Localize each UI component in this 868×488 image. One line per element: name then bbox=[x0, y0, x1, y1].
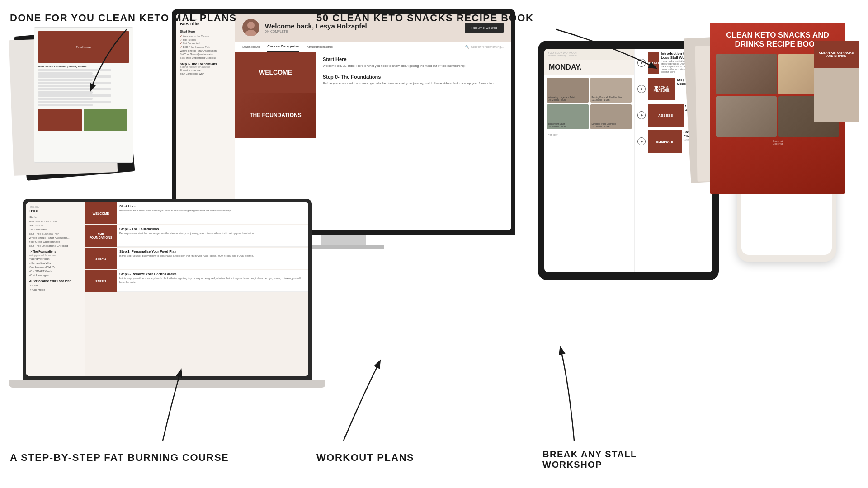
meal-plan-docs: ✦ BSB Tribe Food Image What Is Balanced … bbox=[7, 27, 142, 190]
laptop-food: -> Food bbox=[29, 283, 82, 287]
laptop-nav-3: Get Connected bbox=[29, 227, 82, 231]
laptop-screen: LIBRARY Tribe Here Welcome to the Course… bbox=[26, 202, 308, 376]
exercise-1-label: Alternating Lunges and Twist10-12 Reps -… bbox=[548, 96, 575, 101]
monitor-sidebar: < MY LIBRARY BSB Tribe Start Here Welcom… bbox=[176, 14, 235, 230]
laptop-sidebar: LIBRARY Tribe Here Welcome to the Course… bbox=[26, 202, 85, 376]
laptop-thumb-step1: STEP 1 bbox=[85, 248, 117, 269]
monitor-why: Your Compelling Why bbox=[180, 72, 231, 75]
recipe-img-3 bbox=[716, 96, 777, 137]
monitor-start-here: Start Here bbox=[180, 30, 231, 33]
laptop-base bbox=[9, 380, 326, 388]
search-icon: 🔍 bbox=[465, 45, 469, 49]
doc-line-1 bbox=[38, 69, 111, 71]
laptop-info-welcome: Start Here Welcome to BSB Tribe! Here is… bbox=[117, 202, 308, 224]
exercise-3-label: Bodyweight Squat15-20 Reps - 3 Sets bbox=[548, 123, 566, 128]
laptop-start-here: Here bbox=[29, 216, 82, 218]
monitor-nav-welcome: Welcome to the Course bbox=[180, 34, 231, 38]
laptop-desc-step1: In this step, you will discover how to p… bbox=[119, 254, 306, 258]
doc-line-11 bbox=[38, 101, 111, 103]
laptop-info-step2: Step 2- Remove Your Health Blocks In thi… bbox=[117, 270, 308, 292]
monitor-nav-success: BSB Tribe Success Path bbox=[180, 45, 231, 49]
tablet-exercise-1: Alternating Lunges and Twist10-12 Reps -… bbox=[547, 78, 589, 103]
doc-line-12 bbox=[38, 104, 93, 106]
doc-food-image: Food Image bbox=[38, 31, 129, 63]
laptop-brand: Tribe bbox=[29, 209, 82, 213]
laptop-personalize-nav: -> Personalise Your Food Plan -> Food ->… bbox=[29, 279, 82, 291]
monitor-foundations-section: Step 0- The Foundations Setting yourself… bbox=[180, 62, 231, 75]
tab-dashboard[interactable]: Dashboard bbox=[242, 45, 260, 51]
laptop-nav-5: Where Should I Start Assessme... bbox=[29, 235, 82, 239]
assess-thumbnail: ASSESS bbox=[648, 104, 684, 127]
laptop-title-step2: Step 2- Remove Your Health Blocks bbox=[119, 272, 306, 276]
tab-course-categories[interactable]: Course Categories bbox=[267, 44, 299, 52]
play-icon-intro: ▶ bbox=[637, 59, 646, 67]
laptop-desc-welcome: Welcome to BSB Tribe! Here is what you n… bbox=[119, 209, 306, 213]
welcome-thumbnail: WELCOME bbox=[235, 52, 316, 93]
laptop-thumb-foundations: THE FOUNDATIONS bbox=[85, 225, 117, 247]
tablet-workout-subtitle: 40 Mins 4x weekly - 3 weeks bbox=[548, 54, 631, 57]
laptop-foundations-nav: -> The Foundations setting yourself for … bbox=[29, 250, 82, 277]
tablet-bsb-footer: BSB | FIT bbox=[544, 132, 634, 138]
laptop-gut: -> Gut Profile bbox=[29, 287, 82, 291]
monitor-right-panel: Start Here Welcome to BSB Tribe! Here is… bbox=[316, 52, 511, 230]
search-placeholder: Search for something... bbox=[471, 45, 504, 48]
tablet-day-label: MONDAY. bbox=[544, 60, 634, 75]
doc-line-10 bbox=[38, 98, 93, 100]
tablet-exercise-2: Pending Dumbbell Shoulder Flies10-12 Rep… bbox=[590, 78, 632, 103]
label-top-right: 50 CLEAN KETO SNACKS RECIPE BOOK bbox=[316, 13, 533, 23]
doc-line-title: What Is Balanced Keto? | Serving Guides bbox=[38, 65, 129, 68]
recipe-book-area: CLEAN KETO SNACKS AND DRINKS RECIPE BOOK… bbox=[687, 23, 859, 212]
play-icon-eliminate: ▶ bbox=[637, 137, 646, 145]
foundations-thumbnail: THE FOUNDATIONS bbox=[235, 93, 316, 138]
tablet-exercise-3: Bodyweight Squat15-20 Reps - 3 Sets bbox=[547, 104, 589, 129]
monitor-nav-connected: Get Connected bbox=[180, 42, 231, 45]
laptop-smart-goals: Why SMART Goals bbox=[29, 269, 82, 273]
resume-button[interactable]: Resume Course bbox=[465, 23, 504, 33]
monitor-step0-title: Step 0- The Foundations bbox=[180, 62, 231, 66]
tab-announcements[interactable]: Announcements bbox=[307, 45, 333, 51]
laptop-nav-2: Site Tutorial bbox=[29, 223, 82, 227]
laptop-thumb-welcome: WELCOME bbox=[85, 202, 117, 224]
doc-line-3 bbox=[38, 75, 111, 78]
eliminate-thumbnail: ELIMINATE bbox=[648, 130, 682, 153]
monitor-foot bbox=[303, 245, 384, 249]
laptop-course-step2: STEP 2 Step 2- Remove Your Health Blocks… bbox=[85, 270, 308, 292]
laptop-course-foundations: THE FOUNDATIONS Step 0- The Foundations … bbox=[85, 225, 308, 247]
welcome-section: Welcome back, Lesya Holzapfel 0% COMPLET… bbox=[265, 22, 459, 33]
doc-bottom-images bbox=[38, 109, 129, 131]
play-icon-track: ▶ bbox=[637, 85, 646, 93]
monitor-plan: Choosing your plan bbox=[180, 68, 231, 72]
monitor-nav-onboarding: BSB Tribe Onboarding Checklist bbox=[180, 56, 231, 60]
play-icon-assess: ▶ bbox=[637, 111, 646, 119]
doc-line-8 bbox=[38, 91, 93, 94]
laptop-course-step1: STEP 1 Step 1- Personalise Your Food Pla… bbox=[85, 248, 308, 269]
laptop-step0-nav: -> The Foundations bbox=[29, 250, 82, 253]
laptop-desc-step2: In this step, you will remove any health… bbox=[119, 277, 306, 284]
track-thumbnail: TRACK &MEASURE bbox=[648, 78, 675, 100]
laptop-nav-4: BSB Tribe Business Path bbox=[29, 231, 82, 235]
doc-line-9 bbox=[38, 94, 111, 97]
tablet-workout-panel: YOU BODY WORKOUT 40 Mins 4x weekly - 3 w… bbox=[544, 49, 635, 272]
laptop-nav-7: BSB Tribe Onboarding Checklist bbox=[29, 244, 82, 248]
foundations-heading: Step 0- The Foundations bbox=[323, 74, 505, 80]
doc-front-page: Food Image What Is Balanced Keto? | Serv… bbox=[34, 27, 133, 163]
label-bottom-right: BREAK ANY STALLWORKSHOP bbox=[542, 449, 637, 470]
recipe-footer: CoconutCoconut bbox=[716, 140, 839, 145]
svg-point-0 bbox=[247, 22, 255, 29]
laptop-title-foundations: Step 0- The Foundations bbox=[119, 227, 306, 231]
laptop-main: WELCOME Start Here Welcome to BSB Tribe!… bbox=[85, 202, 308, 376]
recipe-side-title: CLEAN KETO SNACKS AND DRINKS bbox=[814, 41, 859, 68]
laptop-info-foundations: Step 0- The Foundations Before you even … bbox=[117, 225, 308, 247]
recipe-img-1 bbox=[716, 54, 777, 94]
search-bar[interactable]: 🔍 Search for something... bbox=[465, 45, 504, 51]
laptop-nav-1: Welcome to the Course bbox=[29, 219, 82, 223]
laptop-frame: LIBRARY Tribe Here Welcome to the Course… bbox=[23, 199, 312, 380]
exercise-2-label: Pending Dumbbell Shoulder Flies10-12 Rep… bbox=[592, 96, 622, 101]
laptop-title-welcome: Start Here bbox=[119, 204, 306, 208]
recipe-side-img bbox=[814, 68, 859, 122]
label-bottom-center: WORKOUT PLANS bbox=[316, 452, 414, 463]
doc-line-6 bbox=[38, 85, 93, 87]
complete-text: 0% COMPLETE bbox=[265, 30, 459, 33]
doc-img-meat bbox=[38, 109, 82, 131]
exercise-4-label: Dumbbell Tricep Extension10-12 Reps - 3 … bbox=[592, 123, 616, 128]
